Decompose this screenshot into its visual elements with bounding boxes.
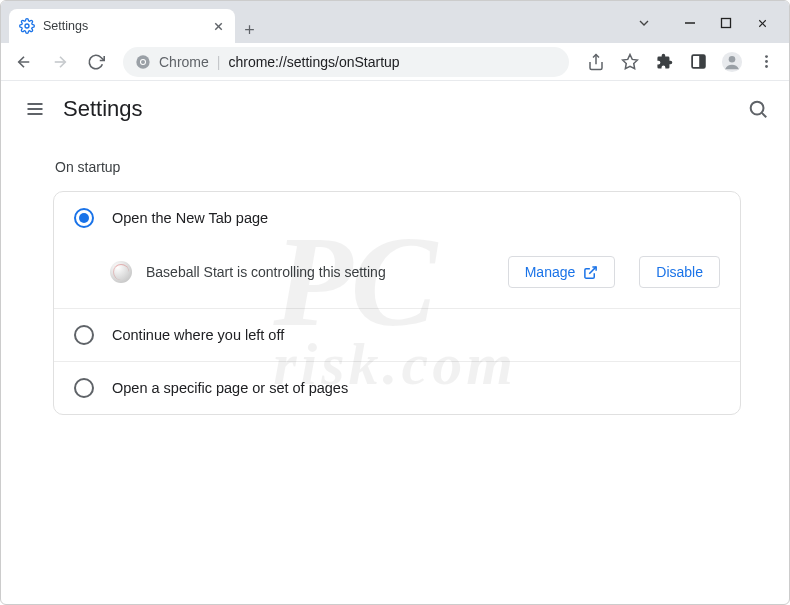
manage-button-label: Manage: [525, 264, 576, 280]
hamburger-menu-button[interactable]: [21, 99, 49, 119]
extension-notice-text: Baseball Start is controlling this setti…: [146, 264, 494, 280]
settings-header: Settings: [1, 81, 789, 137]
svg-point-20: [765, 55, 768, 58]
manage-button[interactable]: Manage: [508, 256, 616, 288]
option-specific-page[interactable]: Open a specific page or set of pages: [54, 361, 740, 414]
omnibox[interactable]: Chrome | chrome://settings/onStartup: [123, 47, 569, 77]
tab-strip: Settings: [1, 1, 622, 43]
svg-line-28: [590, 266, 597, 273]
nav-forward-button[interactable]: [45, 47, 75, 77]
gear-icon: [19, 18, 35, 34]
startup-card: Open the New Tab page Baseball Start is …: [53, 191, 741, 415]
browser-toolbar: Chrome | chrome://settings/onStartup: [1, 43, 789, 81]
profile-avatar-icon[interactable]: [717, 47, 747, 77]
menu-dots-icon[interactable]: [751, 47, 781, 77]
nav-back-button[interactable]: [9, 47, 39, 77]
svg-point-26: [751, 101, 764, 114]
baseball-icon: [110, 261, 132, 283]
option-new-tab[interactable]: Open the New Tab page: [54, 192, 740, 244]
sidepanel-icon[interactable]: [683, 47, 713, 77]
search-icon[interactable]: [747, 98, 769, 120]
disable-button[interactable]: Disable: [639, 256, 720, 288]
option-continue[interactable]: Continue where you left off: [54, 308, 740, 361]
new-tab-button[interactable]: [235, 15, 263, 43]
svg-rect-6: [722, 19, 731, 28]
radio-unselected-icon[interactable]: [74, 325, 94, 345]
minimize-button[interactable]: [684, 17, 696, 29]
svg-line-27: [762, 112, 766, 116]
chevron-down-icon[interactable]: [636, 15, 652, 31]
svg-point-22: [765, 65, 768, 68]
bookmark-star-icon[interactable]: [615, 47, 645, 77]
svg-point-21: [765, 60, 768, 63]
option-label: Open a specific page or set of pages: [112, 380, 348, 396]
radio-unselected-icon[interactable]: [74, 378, 94, 398]
disable-button-label: Disable: [656, 264, 703, 280]
share-icon[interactable]: [581, 47, 611, 77]
reload-button[interactable]: [81, 47, 111, 77]
option-label: Continue where you left off: [112, 327, 284, 343]
browser-titlebar: Settings: [1, 1, 789, 43]
svg-point-13: [141, 60, 145, 64]
browser-tab[interactable]: Settings: [9, 9, 235, 43]
svg-point-0: [25, 24, 29, 28]
url-path: chrome://settings/onStartup: [228, 54, 399, 70]
extensions-icon[interactable]: [649, 47, 679, 77]
url-host: Chrome: [159, 54, 209, 70]
section-label: On startup: [55, 159, 741, 175]
svg-marker-15: [623, 54, 638, 68]
window-controls: [622, 15, 789, 43]
option-label: Open the New Tab page: [112, 210, 268, 226]
tab-title: Settings: [43, 19, 88, 33]
settings-content: On startup Open the New Tab page Basebal…: [1, 137, 789, 415]
close-icon[interactable]: [212, 20, 225, 33]
radio-selected-icon[interactable]: [74, 208, 94, 228]
chrome-icon: [135, 54, 151, 70]
open-external-icon: [583, 265, 598, 280]
close-window-button[interactable]: [756, 17, 769, 30]
extension-notice-row: Baseball Start is controlling this setti…: [54, 244, 740, 308]
svg-point-19: [729, 55, 736, 62]
page-title: Settings: [63, 96, 143, 122]
svg-rect-17: [699, 56, 704, 67]
maximize-button[interactable]: [720, 17, 732, 29]
